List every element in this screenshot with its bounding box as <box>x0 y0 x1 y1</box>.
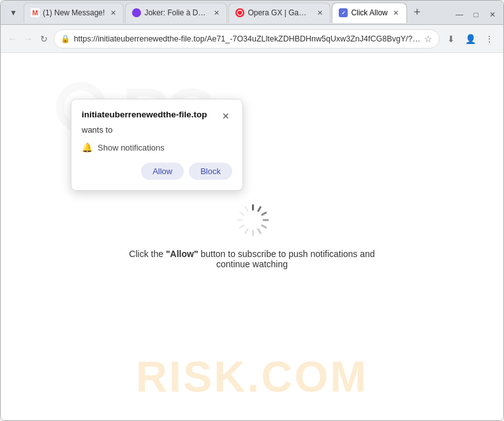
popup-permission-row: 🔔 Show notifications <box>82 142 232 152</box>
page-content: PC RISK.COM Click the "Allow" butt <box>1 53 503 420</box>
tab-bar-left: ▼ M (1) New Message! ✕ Joker: Folie à De… <box>4 1 426 24</box>
back-button[interactable]: ← <box>6 30 19 48</box>
spinner-line-1 <box>252 204 254 211</box>
bookmark-icon[interactable]: ☆ <box>424 34 433 44</box>
tab-favicon-gmail: M <box>31 8 40 17</box>
tab-favicon-opera <box>235 8 244 17</box>
tab-click-allow[interactable]: ✓ Click Allow ✕ <box>332 3 406 23</box>
tab-close-opera[interactable]: ✕ <box>315 8 325 18</box>
tab-favicon-joker <box>132 8 141 17</box>
bar-actions: ⬇ 👤 ⋮ <box>442 30 498 48</box>
popup-domain: initiateuberrenewedthe-file.top <box>82 110 207 119</box>
tab-bar: ▼ M (1) New Message! ✕ Joker: Folie à De… <box>1 1 503 25</box>
new-tab-button[interactable]: + <box>408 4 426 22</box>
allow-button[interactable]: Allow <box>141 163 184 180</box>
tab-dropdown[interactable]: ▼ <box>4 4 22 22</box>
forward-button[interactable]: → <box>22 30 35 48</box>
url-bar[interactable]: 🔒 https://initiateuberrenewedthe-file.to… <box>54 29 440 48</box>
spinner-line-10 <box>237 219 244 221</box>
spinner-line-11 <box>239 211 245 216</box>
notification-popup: initiateuberrenewedthe-file.top ✕ wants … <box>71 99 243 191</box>
bell-icon: 🔔 <box>82 142 93 152</box>
tab-joker[interactable]: Joker: Folie à Deu… ✕ <box>125 3 227 23</box>
maximize-button[interactable]: □ <box>469 8 483 22</box>
tab-title-joker: Joker: Folie à Deu… <box>144 8 208 17</box>
url-lock-icon: 🔒 <box>61 34 70 43</box>
tab-favicon-active: ✓ <box>339 8 348 17</box>
address-bar: ← → ↻ 🔒 https://initiateuberrenewedthe-f… <box>1 25 503 53</box>
menu-button[interactable]: ⋮ <box>480 30 498 48</box>
watermark-risk-text: RISK.COM <box>136 351 368 401</box>
spinner-line-7 <box>252 230 254 236</box>
subscribe-text-bold: "Allow" <box>166 249 198 259</box>
subscribe-text-suffix: button to subscribe to push notification… <box>198 249 375 269</box>
popup-close-button[interactable]: ✕ <box>219 110 232 122</box>
tab-title-gmail: (1) New Message! <box>43 8 105 17</box>
spinner-line-8 <box>244 228 249 234</box>
spinner-line-2 <box>257 206 262 212</box>
spinner-line-12 <box>244 206 249 212</box>
reload-button[interactable]: ↻ <box>38 30 51 48</box>
download-button[interactable]: ⬇ <box>442 30 460 48</box>
tab-title-active: Click Allow <box>351 8 387 17</box>
spinner-line-6 <box>257 228 262 234</box>
tab-close-joker[interactable]: ✕ <box>211 8 221 18</box>
browser-window: ▼ M (1) New Message! ✕ Joker: Folie à De… <box>0 0 504 421</box>
url-text: https://initiateuberrenewedthe-file.top/… <box>74 34 420 43</box>
svg-point-0 <box>237 10 242 15</box>
tab-close-active[interactable]: ✕ <box>391 8 401 18</box>
spinner-line-5 <box>261 224 267 229</box>
tab-bar-right: — □ ✕ <box>452 8 500 24</box>
spinner-line-9 <box>239 224 245 229</box>
block-button[interactable]: Block <box>189 163 232 180</box>
spinner-line-3 <box>261 211 267 216</box>
subscribe-text: Click the "Allow" button to subscribe to… <box>126 249 378 269</box>
tab-opera[interactable]: Opera GX | Gami… ✕ <box>228 3 330 23</box>
tab-title-opera: Opera GX | Gami… <box>248 8 311 17</box>
popup-wants-text: wants to <box>82 125 232 135</box>
loading-spinner <box>236 204 268 236</box>
close-button[interactable]: ✕ <box>485 8 500 22</box>
tab-gmail[interactable]: M (1) New Message! ✕ <box>24 3 124 23</box>
popup-header: initiateuberrenewedthe-file.top ✕ <box>82 110 232 122</box>
profile-button[interactable]: 👤 <box>461 30 479 48</box>
popup-buttons: Allow Block <box>82 163 232 180</box>
popup-permission-text: Show notifications <box>98 143 165 152</box>
subscribe-text-prefix: Click the <box>129 249 166 259</box>
spinner-line-4 <box>263 219 269 221</box>
tab-close-gmail[interactable]: ✕ <box>108 8 118 18</box>
spinner-container: Click the "Allow" button to subscribe to… <box>126 204 378 269</box>
minimize-button[interactable]: — <box>452 8 466 22</box>
